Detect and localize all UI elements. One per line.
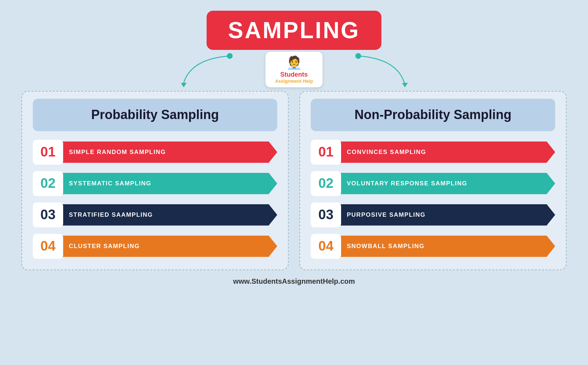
nonprobability-header: Non-Probability Sampling — [311, 99, 555, 131]
item-label-3: STRATIFIED SAAMPLING — [60, 204, 277, 226]
list-item: 01 SIMPLE RANDOM SAMPLING — [33, 140, 277, 165]
footer-url: www.StudentsAssignmentHelp.com — [233, 277, 355, 286]
logo-avatar-icon: 🧑‍💼 — [286, 55, 302, 70]
logo-badge: 🧑‍💼 Students Assignment Help — [265, 52, 323, 87]
nonprobability-column: Non-Probability Sampling 01 CONVINCES SA… — [299, 91, 567, 270]
item-number-r2: 02 — [311, 171, 341, 196]
logo-assignment-help-text: Assignment Help — [275, 78, 313, 84]
item-label-r2: VOLUNTARY RESPONSE SAMPLING — [338, 173, 555, 194]
item-number-r3: 03 — [311, 202, 341, 227]
probability-column: Probability Sampling 01 SIMPLE RANDOM SA… — [21, 91, 289, 270]
main-content: Probability Sampling 01 SIMPLE RANDOM SA… — [21, 91, 567, 270]
item-label-r4: SNOWBALL SAMPLING — [338, 236, 555, 257]
svg-marker-3 — [402, 83, 408, 87]
list-item: 04 SNOWBALL SAMPLING — [311, 234, 555, 259]
arrows-row: 🧑‍💼 Students Assignment Help — [21, 52, 567, 91]
list-item: 02 VOLUNTARY RESPONSE SAMPLING — [311, 171, 555, 196]
svg-marker-2 — [181, 83, 187, 87]
item-number-3: 03 — [33, 202, 63, 227]
item-number-2: 02 — [33, 171, 63, 196]
probability-header: Probability Sampling — [33, 99, 277, 131]
item-label-2: SYSTEMATIC SAMPLING — [60, 173, 277, 194]
list-item: 03 STRATIFIED SAAMPLING — [33, 202, 277, 227]
sampling-title: SAMPLING — [207, 11, 381, 50]
item-label-4: CLUSTER SAMPLING — [60, 236, 277, 257]
item-number-4: 04 — [33, 234, 63, 259]
list-item: 04 CLUSTER SAMPLING — [33, 234, 277, 259]
item-label-r1: CONVINCES SAMPLING — [338, 142, 555, 163]
list-item: 02 SYSTEMATIC SAMPLING — [33, 171, 277, 196]
item-label-1: SIMPLE RANDOM SAMPLING — [60, 142, 277, 163]
list-item: 03 PURPOSIVE SAMPLING — [311, 202, 555, 227]
logo-students-text: Students — [280, 71, 308, 78]
item-number-r1: 01 — [311, 140, 341, 165]
item-number-1: 01 — [33, 140, 63, 165]
list-item: 01 CONVINCES SAMPLING — [311, 140, 555, 165]
item-label-r3: PURPOSIVE SAMPLING — [338, 204, 555, 226]
item-number-r4: 04 — [311, 234, 341, 259]
